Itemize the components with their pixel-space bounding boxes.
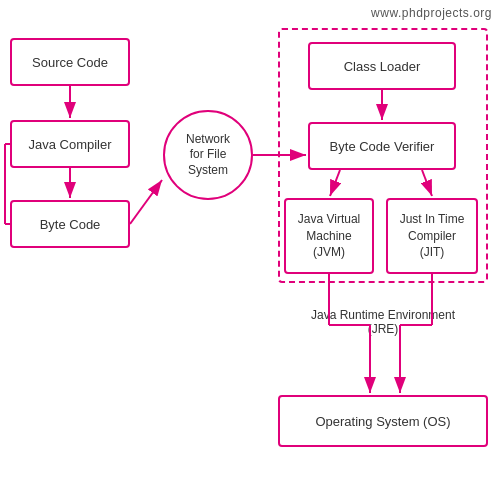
source-code-box: Source Code bbox=[10, 38, 130, 86]
jit-box: Just In TimeCompiler(JIT) bbox=[386, 198, 478, 274]
byte-code-box: Byte Code bbox=[10, 200, 130, 248]
jre-text: Java Runtime Environment(JRE) bbox=[311, 308, 455, 336]
network-circle: Networkfor FileSystem bbox=[163, 110, 253, 200]
os-label: Operating System (OS) bbox=[315, 414, 450, 429]
class-loader-box: Class Loader bbox=[308, 42, 456, 90]
jit-label: Just In TimeCompiler(JIT) bbox=[400, 211, 465, 261]
jvm-label: Java VirtualMachine(JVM) bbox=[298, 211, 360, 261]
watermark: www.phdprojects.org bbox=[371, 6, 492, 20]
jvm-box: Java VirtualMachine(JVM) bbox=[284, 198, 374, 274]
jre-label: Java Runtime Environment(JRE) bbox=[278, 308, 488, 336]
byte-code-verifier-label: Byte Code Verifier bbox=[330, 139, 435, 154]
svg-line-3 bbox=[130, 180, 162, 224]
source-code-label: Source Code bbox=[32, 55, 108, 70]
java-compiler-label: Java Compiler bbox=[28, 137, 111, 152]
network-label: Networkfor FileSystem bbox=[186, 132, 230, 179]
byte-code-label: Byte Code bbox=[40, 217, 101, 232]
java-compiler-box: Java Compiler bbox=[10, 120, 130, 168]
class-loader-label: Class Loader bbox=[344, 59, 421, 74]
byte-code-verifier-box: Byte Code Verifier bbox=[308, 122, 456, 170]
os-box: Operating System (OS) bbox=[278, 395, 488, 447]
